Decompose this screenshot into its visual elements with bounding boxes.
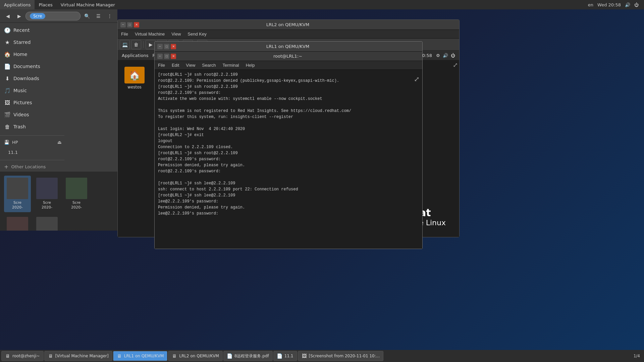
sidebar-item-starred[interactable]: ★ Starred [0, 36, 64, 48]
term-menu-search[interactable]: Search [199, 61, 219, 70]
taskbar-item-lrl2[interactable]: 🖥 LRL2 on QEMU/KVM [168, 351, 223, 361]
topbar-vmm[interactable]: Virtual Machine Manager [57, 0, 119, 9]
fm-menu-btn[interactable]: ⋮ [105, 11, 115, 21]
taskbar-vmm-icon: 🖥 [48, 353, 53, 359]
taskbar-terminal-label: root@zhenji~ [12, 354, 40, 358]
sidebar-item-hp-sub[interactable]: 11.1 [0, 147, 64, 157]
lrl2-menu-sendkey[interactable]: Send Key [184, 30, 210, 39]
file-label-1: Scre2020- [12, 200, 23, 210]
sidebar-item-documents[interactable]: 📄 Documents [0, 60, 64, 72]
file-item-3[interactable]: Scre2020- [63, 176, 90, 212]
fm-view-btn[interactable]: ☰ [93, 11, 103, 21]
hp-sub-label: 11.1 [8, 150, 18, 155]
taskbar-item-pdf[interactable]: 📄 8远程登录服务.pdf [223, 351, 273, 361]
topbar-applications[interactable]: Applications [0, 0, 35, 9]
lrl2-window-controls: − □ ✕ [120, 22, 139, 27]
terminal-menubar: File Edit View Search Terminal Help [155, 61, 422, 70]
file-thumbnail-3 [66, 178, 87, 199]
hp-drive-icon: 💾 [4, 140, 9, 145]
term-menu-view[interactable]: View [182, 61, 199, 70]
taskbar: 🖥 root@zhenji~ 🖥 [Virtual Machine Manage… [0, 350, 644, 362]
lrl2-maximize-btn[interactable]: □ [127, 22, 132, 27]
file-item-1[interactable]: Scre2020- [4, 176, 31, 212]
lrl1-titlebar: − □ ✕ LRL1 on QEMU/KVM [155, 42, 422, 52]
hp-eject-icon[interactable]: ⏏ [57, 139, 62, 145]
lrl1-maximize-btn[interactable]: □ [164, 44, 169, 49]
taskbar-lrl1-icon: 🖥 [117, 353, 122, 359]
videos-icon: 🎬 [4, 112, 11, 118]
term-close-btn[interactable]: ✕ [171, 54, 176, 59]
term-maximize-btn[interactable]: □ [164, 54, 169, 59]
vm-westos-icon-container[interactable]: 🏠 westos [124, 67, 145, 89]
lrl2-menu-view[interactable]: View [168, 30, 184, 39]
taskbar-right: 1/4 [634, 354, 643, 358]
lrl2-tb-delete[interactable]: 🗑 [131, 40, 141, 49]
term-menu-terminal[interactable]: Terminal [219, 61, 243, 70]
sidebar-label-hp: HP [12, 140, 18, 145]
fm-nav-toolbar: ◀ ▶ Scre 🔍 ☰ ⋮ [0, 9, 117, 23]
taskbar-item-terminal[interactable]: 🖥 root@zhenji~ [1, 351, 44, 361]
top-bar-left: Applications Places Virtual Machine Mana… [0, 0, 119, 9]
sidebar-label-trash: Trash [13, 124, 26, 129]
sidebar-item-other-locations[interactable]: + Other Locations [0, 162, 64, 172]
taskbar-screenshot-icon: 🖼 [302, 353, 307, 359]
power-icon[interactable]: ⏻ [634, 2, 639, 7]
sidebar-item-recent[interactable]: 🕐 Recent [0, 24, 64, 36]
sidebar-item-trash[interactable]: 🗑 Trash [0, 121, 64, 133]
lrl2-menu-vm[interactable]: Virtual Machine [131, 30, 168, 39]
sidebar-item-hp[interactable]: 💾 HP ⏏ [0, 137, 64, 147]
lrl2-settings-icon[interactable]: ⚙ [436, 53, 440, 58]
sidebar-label-home: Home [13, 52, 27, 57]
lrl1-minimize-btn[interactable]: − [157, 44, 163, 49]
file-manager-window: ◀ ▶ Scre 🔍 ☰ ⋮ 🕐 Recent ★ Starred 🏠 Home [0, 9, 117, 231]
terminal-body[interactable]: [root@LRL1 ~]# ssh root@2.2.2.109 root@2… [155, 70, 422, 249]
lrl2-menubar: File Virtual Machine View Send Key [118, 30, 459, 39]
lrl2-menu-file[interactable]: File [118, 30, 131, 39]
sidebar-item-music[interactable]: 🎵 Music [0, 84, 64, 97]
term-menu-edit[interactable]: Edit [168, 61, 182, 70]
lrl2-tb-monitor[interactable]: 💻 [120, 40, 130, 49]
lrl1-close-btn[interactable]: ✕ [171, 44, 176, 49]
starred-icon: ★ [4, 39, 11, 46]
taskbar-item-11-1[interactable]: 📄 11.1 [273, 351, 297, 361]
fm-path-bar[interactable]: Scre [25, 12, 80, 20]
taskbar-item-vmm[interactable]: 🖥 [Virtual Machine Manager] [44, 351, 112, 361]
term-menu-help[interactable]: Help [243, 61, 258, 70]
lrl2-gnome-applications[interactable]: Applications [122, 53, 148, 58]
sidebar-item-pictures[interactable]: 🖼 Pictures [0, 97, 64, 109]
taskbar-item-lrl1[interactable]: 🖥 LRL1 on QEMU/KVM [113, 351, 168, 361]
taskbar-item-screenshot[interactable]: 🖼 [Screenshot from 2020-11-01 10:... [298, 351, 384, 361]
fm-search-btn[interactable]: 🔍 [82, 11, 92, 21]
taskbar-vmm-label: [Virtual Machine Manager] [55, 354, 109, 358]
top-bar-right: en Wed 20:58 🔊 ⏻ [588, 2, 644, 7]
volume-icon[interactable]: 🔊 [625, 2, 630, 7]
lrl2-minimize-btn[interactable]: − [120, 22, 126, 27]
sidebar-item-downloads[interactable]: ⬇ Downloads [0, 72, 64, 84]
lrl2-resize-handle[interactable]: ⤢ [453, 61, 458, 68]
term-menu-file[interactable]: File [155, 61, 168, 70]
sidebar-item-home[interactable]: 🏠 Home [0, 48, 64, 60]
terminal-title: root@LRL1:~ [273, 54, 302, 59]
taskbar-pdf-label: 8远程登录服务.pdf [234, 353, 269, 359]
sidebar-label-pictures: Pictures [13, 100, 32, 105]
fm-forward-btn[interactable]: ▶ [14, 11, 24, 21]
topbar-places[interactable]: Places [35, 0, 56, 9]
fm-path-segment[interactable]: Scre [30, 13, 45, 19]
lrl2-close-btn[interactable]: ✕ [134, 22, 139, 27]
fm-back-btn[interactable]: ◀ [3, 11, 13, 21]
keyboard-layout: en [588, 2, 593, 7]
lrl1-body: − □ ✕ root@LRL1:~ File Edit View Search … [155, 52, 422, 249]
lrl1-resize-handle[interactable]: ⤢ [414, 75, 420, 83]
taskbar-screenshot-label: [Screenshot from 2020-11-01 10:... [309, 354, 380, 358]
terminal-window: − □ ✕ root@LRL1:~ File Edit View Search … [155, 52, 422, 249]
file-item-4[interactable]: Scre2020- [4, 215, 31, 231]
file-item-5[interactable]: Scre2020- [34, 215, 60, 231]
lrl2-power-icon[interactable]: ⏻ [451, 53, 455, 58]
file-label-2: Scre2020- [42, 200, 52, 210]
lrl2-volume-icon[interactable]: 🔊 [443, 53, 448, 58]
terminal-titlebar: − □ ✕ root@LRL1:~ [155, 52, 422, 61]
term-minimize-btn[interactable]: − [157, 54, 163, 59]
file-item-2[interactable]: Scre2020- [34, 176, 60, 212]
sidebar-item-videos[interactable]: 🎬 Videos [0, 109, 64, 121]
folder-icon: 🏠 [129, 70, 141, 81]
